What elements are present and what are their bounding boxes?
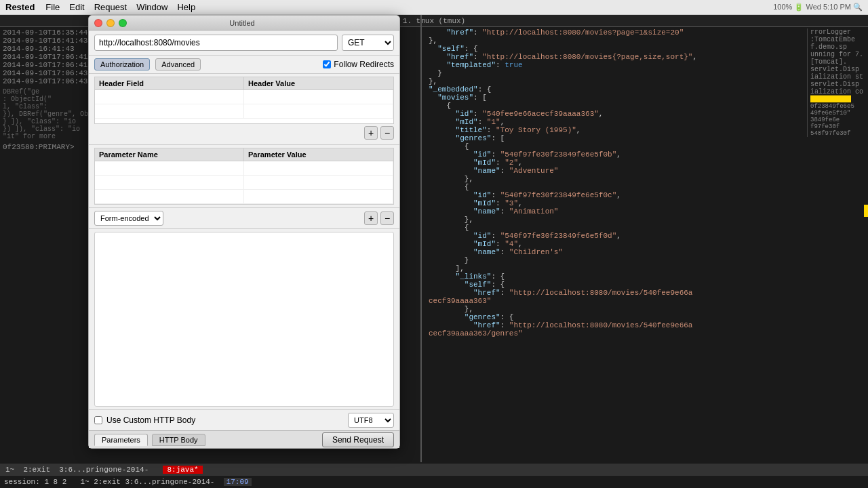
right-log-line: ialization st — [810, 73, 868, 81]
json-line: "id": "540fee9e66acecf39aaaa363", — [426, 110, 868, 118]
json-line: "mId": "4", — [426, 240, 868, 248]
json-line: "genres": { — [426, 313, 868, 321]
params-section: Parameter Name Parameter Value — [89, 145, 399, 208]
json-line: "_embedded": { — [426, 85, 868, 94]
time-info: 1~ 2:exit 3:6...pringone-2014- — [80, 478, 223, 486]
add-header-button[interactable]: + — [364, 126, 378, 140]
remove-header-button[interactable]: − — [380, 126, 394, 140]
right-log-line: f.demo.sp — [810, 43, 868, 51]
terminal-right-pane: "href": "http://localhost:8080/movies?pa… — [420, 15, 868, 462]
right-log-line: 3849fe6e — [810, 117, 868, 123]
param-name-cell[interactable] — [95, 176, 244, 189]
window-titlebar: Untitled — [89, 16, 399, 30]
url-input[interactable] — [94, 35, 338, 51]
method-select[interactable]: GET POST PUT DELETE PATCH — [342, 35, 394, 51]
advanced-button[interactable]: Advanced — [155, 58, 201, 70]
json-line: cecf39aaaa363/genres" — [426, 329, 868, 338]
tab-parameters[interactable]: Parameters — [94, 434, 148, 446]
body-format-select[interactable]: Form-encoded JSON XML Raw — [94, 211, 163, 226]
json-line: "mId": "3", — [426, 199, 868, 207]
param-value-cell[interactable] — [244, 161, 393, 175]
table-row — [95, 176, 393, 190]
right-log-line: [Tomcat]. — [810, 58, 868, 66]
right-log-line: servlet.Disp — [810, 66, 868, 73]
header-value-cell[interactable] — [244, 90, 393, 104]
json-line: "id": "540f97fe30f23849fe6e5f0d", — [426, 232, 868, 240]
menu-edit[interactable]: Edit — [69, 2, 84, 12]
json-line: } — [426, 256, 868, 264]
json-line: "mId": "2", — [426, 159, 868, 167]
param-name-col: Parameter Name — [95, 148, 244, 161]
param-value-cell[interactable] — [244, 176, 393, 189]
rested-window: Untitled GET POST PUT DELETE PATCH Autho… — [88, 15, 400, 449]
json-line: "id": "540f97fe30f23849fe6e5f0b", — [426, 150, 868, 159]
json-line: ], — [426, 264, 868, 272]
tmux-tab-java: 8:java* — [163, 466, 202, 474]
json-line: "id": "540f97fe30f23849fe6e5f0c", — [426, 191, 868, 199]
json-line: "title": "Toy Story (1995)", — [426, 126, 868, 134]
tmux-status-left: 1~ 2:exit 3:6...pringone-2014- — [0, 466, 163, 474]
headers-table-header: Header Field Header Value — [94, 77, 394, 90]
use-custom-body-checkbox[interactable] — [94, 416, 102, 424]
json-line: cecf39aaaa363" — [426, 297, 868, 305]
use-custom-body-label: Use Custom HTTP Body — [106, 415, 195, 425]
follow-redirects-label: Follow Redirects — [334, 60, 394, 69]
right-log-line: ██████████ — [810, 96, 868, 103]
json-line: "self": { — [426, 45, 868, 53]
session-info: session: 1 8 2 — [4, 478, 66, 486]
header-field-cell[interactable] — [95, 90, 244, 104]
json-line: "self": { — [426, 281, 868, 289]
json-line: { — [426, 224, 868, 232]
json-line: "name": "Children's" — [426, 248, 868, 256]
json-line: "templated": true — [426, 61, 868, 69]
json-line: }, — [426, 175, 868, 183]
custom-body-row: Use Custom HTTP Body UTF8 UTF-16 Latin-1 — [89, 409, 399, 430]
headers-btn-row: + − — [94, 124, 394, 142]
headers-section: Header Field Header Value + − — [89, 74, 399, 145]
json-line: }, — [426, 216, 868, 224]
json-line: "_links": { — [426, 272, 868, 281]
tmux-statusbar: 1~ 2:exit 3:6...pringone-2014- 8:java* — [0, 464, 868, 476]
menu-help[interactable]: Help — [177, 2, 195, 12]
menu-request[interactable]: Request — [94, 2, 127, 12]
param-name-cell[interactable] — [95, 161, 244, 175]
table-row — [95, 161, 393, 176]
header-value-col: Header Value — [244, 77, 393, 89]
body-format-row: Form-encoded JSON XML Raw + − — [89, 208, 399, 229]
json-line: { — [426, 142, 868, 150]
json-line: } — [426, 69, 868, 77]
header-field-cell[interactable] — [95, 104, 244, 118]
headers-table-body — [94, 90, 394, 124]
param-value-col: Parameter Value — [244, 148, 393, 161]
tmux-right-info: 17:09 — [224, 478, 252, 486]
bottom-bar: session: 1 8 2 1~ 2:exit 3:6...pringone-… — [0, 476, 868, 488]
authorization-button[interactable]: Authorization — [94, 58, 150, 70]
maximize-button[interactable] — [119, 19, 127, 27]
json-line: "href": "http://localhost:8080/movies{?p… — [426, 53, 868, 61]
send-request-button[interactable]: Send Request — [322, 432, 394, 447]
right-log-line: servlet.Disp — [810, 81, 868, 88]
add-param-button[interactable]: + — [364, 211, 378, 225]
json-line: "mId": "1", — [426, 118, 868, 126]
close-button[interactable] — [94, 19, 102, 27]
json-line: "name": "Animation" — [426, 207, 868, 216]
follow-redirects-checkbox[interactable] — [323, 60, 331, 68]
right-log-line: 0f23849fe6e5 — [810, 103, 868, 110]
body-section — [89, 229, 399, 409]
param-name-cell[interactable] — [95, 190, 244, 203]
window-title: Untitled — [127, 19, 357, 27]
tab-http-body[interactable]: HTTP Body — [152, 434, 205, 446]
menu-file[interactable]: File — [45, 2, 60, 12]
json-line: "movies": [ — [426, 94, 868, 102]
body-textarea[interactable] — [94, 232, 394, 407]
utf-select[interactable]: UTF8 UTF-16 Latin-1 — [348, 413, 394, 428]
header-value-cell[interactable] — [244, 104, 393, 118]
menu-window[interactable]: Window — [136, 2, 167, 12]
right-log-line: ialization co — [810, 88, 868, 96]
window-controls — [94, 19, 127, 27]
minimize-button[interactable] — [106, 19, 115, 27]
menubar: Rested File Edit Request Window Help 100… — [0, 0, 868, 15]
param-value-cell[interactable] — [244, 190, 393, 203]
remove-param-button[interactable]: − — [380, 211, 394, 225]
params-btn-row: + − — [364, 211, 394, 225]
